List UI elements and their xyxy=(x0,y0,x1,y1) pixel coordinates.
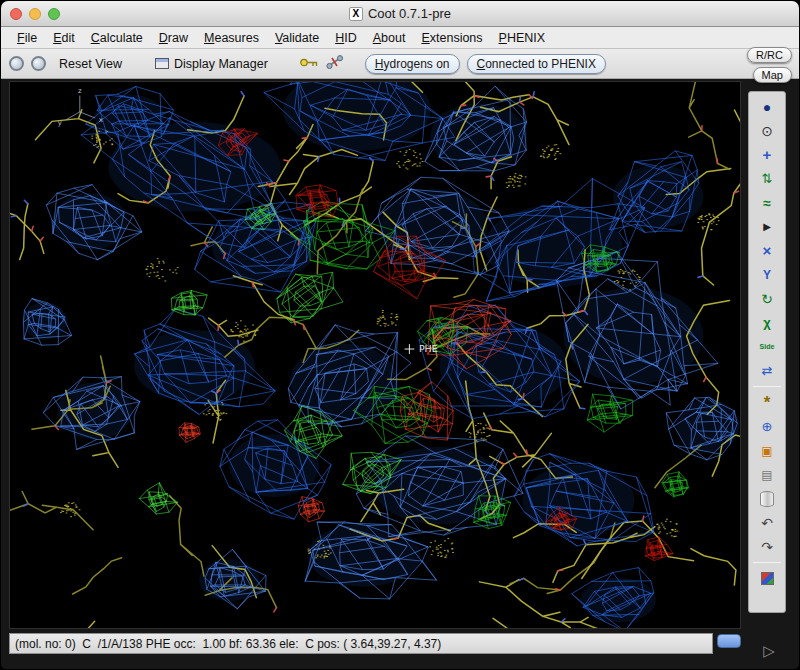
menu-item-edit[interactable]: Edit xyxy=(45,29,83,47)
bond-cut-icon[interactable] xyxy=(326,55,344,73)
molecular-viewport[interactable]: zxyPHE xyxy=(10,82,740,628)
edit-chi-angles-icon[interactable]: χ xyxy=(752,312,782,333)
real-space-refine-icon[interactable]: ⇅ xyxy=(752,168,782,189)
redo-icon[interactable]: ↷ xyxy=(752,536,782,557)
move-zone-icon[interactable]: + xyxy=(752,144,782,165)
menu-item-draw[interactable]: Draw xyxy=(151,29,196,47)
display-issues-icon[interactable] xyxy=(752,568,782,589)
delete-item-icon[interactable] xyxy=(752,488,782,509)
menu-item-hid[interactable]: HID xyxy=(327,29,365,47)
traffic-lights xyxy=(10,8,60,20)
display-manager-label: Display Manager xyxy=(174,57,268,71)
svg-text:z: z xyxy=(78,87,82,95)
svg-text:x: x xyxy=(99,116,103,124)
run-refmac-icon[interactable]: ▤ xyxy=(752,464,782,485)
display-manager-icon xyxy=(155,58,169,69)
clock-icon[interactable]: ⊙ xyxy=(752,120,782,141)
zoom-button[interactable] xyxy=(48,8,60,20)
reset-view-button[interactable]: Reset View xyxy=(53,55,128,73)
coot-window: X Coot 0.7.1-pre FileEditCalculateDrawMe… xyxy=(0,0,800,670)
window-title: Coot 0.7.1-pre xyxy=(368,6,451,21)
gl-canvas-frame: zxyPHE xyxy=(9,81,741,629)
mutate-icon[interactable]: * xyxy=(752,392,782,413)
sphere-icon[interactable]: ● xyxy=(752,96,782,117)
minimize-button[interactable] xyxy=(29,8,41,20)
menu-bar: FileEditCalculateDrawMeasuresValidateHID… xyxy=(1,27,799,49)
horizontal-scrollbar-thumb[interactable] xyxy=(717,634,741,648)
menu-item-extensions[interactable]: Extensions xyxy=(413,29,490,47)
menu-item-file[interactable]: File xyxy=(9,29,45,47)
add-alt-conf-icon[interactable]: ▣ xyxy=(752,440,782,461)
rotate-translate-icon[interactable]: × xyxy=(752,240,782,261)
toolbar-separator xyxy=(753,562,781,563)
regularize-icon[interactable]: ≈ xyxy=(752,192,782,213)
rrc-button[interactable]: R/RC xyxy=(747,47,792,63)
side-chain-flip-icon[interactable]: Side xyxy=(752,336,782,357)
rock-view-icon[interactable] xyxy=(31,56,46,71)
menu-item-phenix[interactable]: PHENIX xyxy=(491,29,554,47)
spin-view-icon[interactable] xyxy=(9,56,24,71)
svg-text:y: y xyxy=(58,119,62,127)
auto-fit-rotamer-icon[interactable]: Υ xyxy=(752,264,782,285)
key-icon[interactable] xyxy=(299,55,319,73)
main-toolbar: Reset View Display Manager Hydrogens on … xyxy=(1,49,799,79)
cis-trans-icon[interactable]: ⇄ xyxy=(752,360,782,381)
status-bar: (mol. no: 0) C /1/A/138 PHE occ: 1.00 bf… xyxy=(9,633,713,654)
undo-icon[interactable]: ↶ xyxy=(752,512,782,533)
phenix-connection-button[interactable]: Connected to PHENIX xyxy=(467,54,606,74)
add-terminal-residue-icon[interactable]: ⊕ xyxy=(752,416,782,437)
corner-play-icon[interactable]: ▷ xyxy=(749,637,789,665)
hydrogens-toggle-button[interactable]: Hydrogens on xyxy=(365,54,460,74)
menu-item-about[interactable]: About xyxy=(365,29,414,47)
menu-item-validate[interactable]: Validate xyxy=(267,29,327,47)
rotamers-icon[interactable]: ↻ xyxy=(752,288,782,309)
map-button[interactable]: Map xyxy=(753,67,792,83)
x11-app-icon: X xyxy=(349,7,363,21)
svg-text:PHE: PHE xyxy=(419,343,438,354)
display-manager-button[interactable]: Display Manager xyxy=(149,55,274,73)
close-button[interactable] xyxy=(10,8,22,20)
toolbar-separator xyxy=(753,386,781,387)
title-bar[interactable]: X Coot 0.7.1-pre xyxy=(1,1,799,27)
right-toolbar: ●⊙+⇅≈▶×Υ↻χSide⇄*⊕▣▤↶↷ xyxy=(748,91,786,613)
rigid-body-fit-icon[interactable]: ▶ xyxy=(752,216,782,237)
menu-item-measures[interactable]: Measures xyxy=(196,29,267,47)
menu-item-calculate[interactable]: Calculate xyxy=(83,29,151,47)
status-text: (mol. no: 0) C /1/A/138 PHE occ: 1.00 bf… xyxy=(15,637,441,651)
